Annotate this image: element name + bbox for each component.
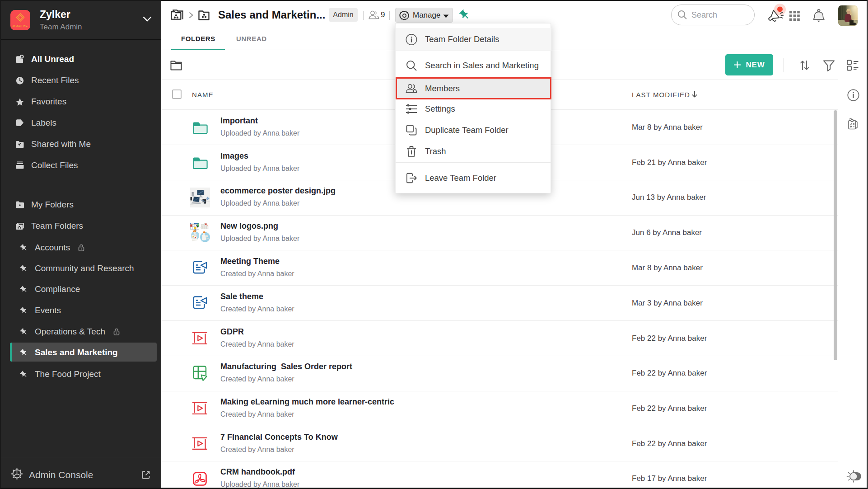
svg-text:ZYLKER INC.: ZYLKER INC.: [13, 24, 28, 27]
